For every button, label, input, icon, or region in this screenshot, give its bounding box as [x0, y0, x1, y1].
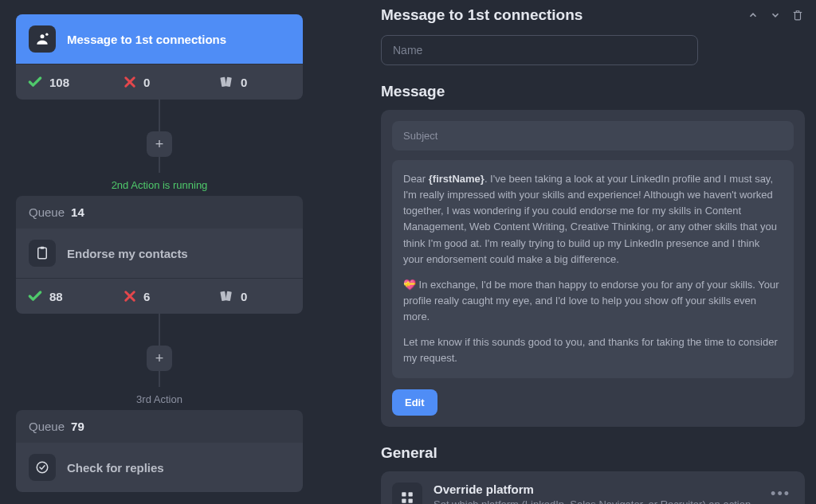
- message-box: Dear {firstName}. I've been taking a loo…: [381, 110, 805, 427]
- action-card-3: Check for replies: [16, 443, 303, 492]
- svg-rect-6: [226, 77, 232, 88]
- stats-row: 108 0 0: [16, 64, 303, 100]
- svg-rect-14: [402, 492, 406, 496]
- message-heading: Message: [381, 83, 805, 100]
- cards-icon: [218, 74, 234, 90]
- edit-button[interactable]: Edit: [392, 389, 437, 416]
- detail-panel: Message to 1st connections Message Dear …: [319, 0, 816, 504]
- override-desc: Set which platform (LinkedIn, Sales Navi…: [434, 498, 756, 504]
- general-card: Override platform Set which platform (Li…: [381, 471, 805, 504]
- action-card-1: Message to 1st connections 108 0 0: [16, 14, 303, 100]
- override-row: Override platform Set which platform (Li…: [392, 483, 794, 504]
- svg-rect-7: [38, 248, 47, 259]
- stat-success: 108: [16, 64, 112, 100]
- stat-fail: 6: [112, 279, 207, 314]
- svg-rect-17: [409, 498, 413, 502]
- svg-point-13: [37, 462, 48, 473]
- panel-title: Message to 1st connections: [381, 6, 738, 24]
- action-header-message[interactable]: Message to 1st connections: [16, 14, 303, 64]
- connector-line: [159, 371, 160, 387]
- svg-point-2: [45, 33, 48, 36]
- action-title: Endorse my contacts: [67, 247, 188, 260]
- action-title: Message to 1st connections: [67, 33, 226, 46]
- svg-rect-5: [220, 77, 226, 88]
- general-heading: General: [381, 444, 805, 462]
- chevron-up-icon[interactable]: [746, 8, 760, 22]
- action-header-check-replies[interactable]: Check for replies: [16, 443, 303, 492]
- message-body: Dear {firstName}. I've been taking a loo…: [392, 160, 794, 378]
- action-2-label: 2nd Action is running: [112, 179, 208, 191]
- connector-line: [159, 314, 160, 346]
- reply-icon: [29, 454, 56, 481]
- queue-header-2[interactable]: Queue 14: [16, 196, 303, 229]
- stat-fail: 0: [112, 64, 207, 100]
- message-icon: [29, 25, 56, 53]
- cards-icon: [218, 288, 234, 304]
- trash-icon[interactable]: [790, 8, 805, 22]
- stat-success: 88: [16, 279, 112, 314]
- add-step-button[interactable]: +: [147, 131, 172, 157]
- stat-other: 0: [207, 279, 303, 314]
- stats-row: 88 6 0: [16, 278, 303, 314]
- add-step-button[interactable]: +: [147, 346, 172, 371]
- grid-icon: [392, 483, 422, 504]
- svg-rect-11: [220, 291, 226, 302]
- more-options-button[interactable]: •••: [767, 483, 794, 504]
- action-header-endorse[interactable]: Endorse my contacts: [16, 229, 303, 278]
- svg-point-0: [41, 34, 45, 38]
- override-title: Override platform: [434, 483, 756, 496]
- queue-header-3[interactable]: Queue 79: [16, 410, 303, 443]
- action-3-label: 3rd Action: [136, 393, 182, 405]
- connector-line: [159, 100, 160, 131]
- check-icon: [27, 74, 43, 90]
- action-card-2: Endorse my contacts 88 6 0: [16, 229, 303, 314]
- svg-rect-12: [226, 291, 232, 302]
- workflow-column: Message to 1st connections 108 0 0 + 2nd…: [0, 0, 319, 504]
- svg-rect-8: [41, 247, 45, 249]
- check-icon: [27, 288, 43, 304]
- x-icon: [123, 289, 137, 303]
- panel-header: Message to 1st connections: [381, 6, 805, 24]
- chevron-down-icon[interactable]: [768, 8, 783, 22]
- name-input[interactable]: [381, 35, 698, 65]
- svg-rect-16: [402, 498, 406, 502]
- subject-input[interactable]: [392, 121, 794, 150]
- clipboard-icon: [29, 240, 56, 267]
- stat-other: 0: [207, 64, 303, 100]
- override-text: Override platform Set which platform (Li…: [434, 483, 756, 504]
- action-title: Check for replies: [67, 461, 164, 475]
- x-icon: [123, 75, 137, 89]
- svg-rect-15: [409, 492, 413, 496]
- connector-line: [159, 157, 160, 173]
